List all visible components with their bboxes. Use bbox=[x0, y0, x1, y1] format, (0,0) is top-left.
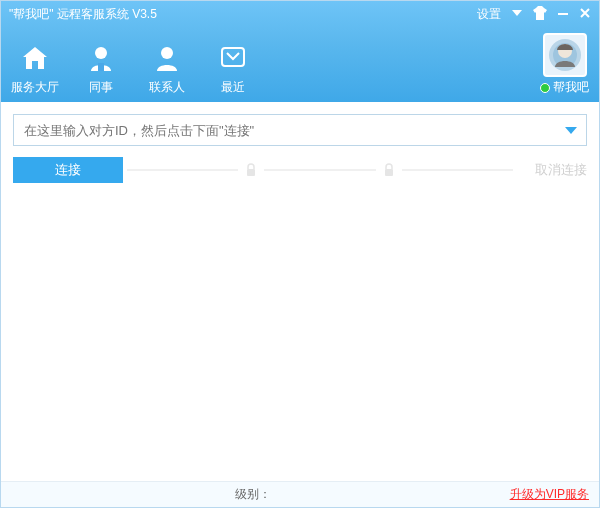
svg-point-1 bbox=[95, 47, 107, 59]
settings-link[interactable]: 设置 bbox=[477, 6, 501, 23]
lock-icon bbox=[380, 161, 398, 179]
home-icon bbox=[18, 42, 52, 76]
nav-label: 同事 bbox=[89, 79, 113, 96]
svg-point-3 bbox=[161, 47, 173, 59]
header: "帮我吧" 远程客服系统 V3.5 设置 bbox=[1, 1, 599, 102]
history-dropdown-button[interactable] bbox=[556, 115, 586, 145]
level-label: 级别： bbox=[235, 486, 271, 503]
nav-tabs: 服务大厅 同事 联系人 bbox=[11, 42, 257, 96]
svg-rect-7 bbox=[247, 169, 255, 176]
svg-rect-4 bbox=[222, 48, 244, 66]
nav-label: 服务大厅 bbox=[11, 79, 59, 96]
lock-icon bbox=[242, 161, 260, 179]
contact-icon bbox=[150, 42, 184, 76]
recent-icon bbox=[216, 42, 250, 76]
skin-icon[interactable] bbox=[533, 6, 547, 23]
svg-rect-2 bbox=[98, 63, 104, 71]
nav-colleague[interactable]: 同事 bbox=[77, 42, 125, 96]
close-button[interactable] bbox=[579, 7, 591, 22]
status-indicator-icon bbox=[540, 83, 550, 93]
progress-segment bbox=[402, 169, 513, 171]
navbar: 服务大厅 同事 联系人 bbox=[1, 27, 599, 102]
action-row: 连接 取消连接 bbox=[1, 156, 599, 184]
user-name-row: 帮我吧 bbox=[540, 79, 589, 96]
footer: 级别： 升级为VIP服务 bbox=[1, 481, 599, 507]
progress-segment bbox=[127, 169, 238, 171]
body: 连接 取消连接 级别： 升级为VIP服务 bbox=[1, 102, 599, 507]
dropdown-icon[interactable] bbox=[511, 7, 523, 22]
user-name: 帮我吧 bbox=[553, 79, 589, 96]
svg-rect-8 bbox=[385, 169, 393, 176]
titlebar: "帮我吧" 远程客服系统 V3.5 设置 bbox=[1, 1, 599, 27]
nav-label: 最近 bbox=[221, 79, 245, 96]
nav-contacts[interactable]: 联系人 bbox=[143, 42, 191, 96]
svg-rect-0 bbox=[558, 13, 568, 15]
remote-id-input[interactable] bbox=[14, 115, 586, 145]
id-input-row bbox=[1, 102, 599, 156]
progress-segment bbox=[264, 169, 375, 171]
upgrade-vip-link[interactable]: 升级为VIP服务 bbox=[510, 486, 589, 503]
app-window: "帮我吧" 远程客服系统 V3.5 设置 bbox=[0, 0, 600, 508]
id-input-wrap bbox=[13, 114, 587, 146]
cancel-connect-button: 取消连接 bbox=[517, 161, 587, 179]
user-block: 帮我吧 bbox=[540, 33, 589, 96]
colleague-icon bbox=[84, 42, 118, 76]
avatar[interactable] bbox=[543, 33, 587, 77]
minimize-button[interactable] bbox=[557, 7, 569, 22]
content-area bbox=[1, 184, 599, 481]
connect-button[interactable]: 连接 bbox=[13, 157, 123, 183]
window-controls: 设置 bbox=[477, 6, 591, 23]
nav-label: 联系人 bbox=[149, 79, 185, 96]
app-title: "帮我吧" 远程客服系统 V3.5 bbox=[9, 6, 477, 23]
nav-service-hall[interactable]: 服务大厅 bbox=[11, 42, 59, 96]
nav-recent[interactable]: 最近 bbox=[209, 42, 257, 96]
